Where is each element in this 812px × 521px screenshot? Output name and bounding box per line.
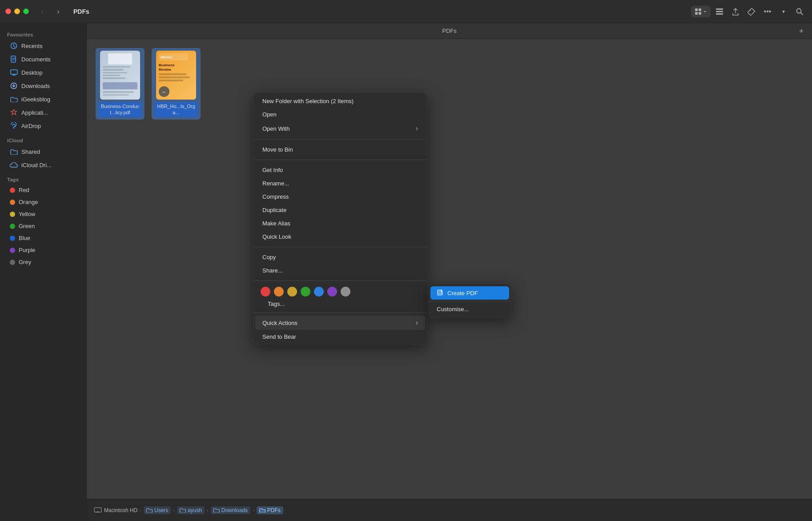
- svg-rect-1: [699, 8, 701, 11]
- sidebar-item-applications[interactable]: Applicati...: [3, 106, 84, 119]
- tag-orange-dot: [10, 200, 15, 205]
- breadcrumb-macintosh-hd[interactable]: Macintosh HD: [104, 507, 137, 513]
- ctx-tag-grey[interactable]: [341, 287, 350, 297]
- ctx-tag-red[interactable]: [261, 287, 270, 297]
- add-button[interactable]: +: [796, 26, 807, 36]
- breadcrumb-sep-4: ›: [253, 508, 254, 513]
- sidebar-item-tag-yellow[interactable]: Yellow: [3, 208, 84, 220]
- sidebar-item-tag-blue[interactable]: Blue: [3, 232, 84, 244]
- favourites-header: Favourites: [0, 27, 86, 39]
- close-button[interactable]: [5, 8, 11, 14]
- more-button[interactable]: •••: [760, 4, 775, 19]
- sidebar-item-icloud-drive[interactable]: iCloud Dri...: [3, 159, 84, 171]
- ctx-make-alias[interactable]: Make Alias: [255, 217, 425, 230]
- file-item-2[interactable]: Harvard BusinessReview ← HBR_Ho...Is_Org…: [152, 48, 201, 120]
- ctx-open-with[interactable]: Open With: [255, 121, 425, 136]
- status-bar: Macintosh HD › Users › ayush ›: [87, 499, 812, 521]
- fullscreen-button[interactable]: [23, 8, 29, 14]
- svg-point-7: [750, 9, 751, 10]
- files-area: Business-Conduct...licy.pdf Harvard Busi…: [87, 39, 812, 499]
- view-toggle: [691, 6, 711, 17]
- submenu-create-pdf[interactable]: Create PDF: [430, 286, 509, 300]
- dropdown-button[interactable]: ▾: [776, 4, 791, 19]
- breadcrumb-downloads[interactable]: Downloads: [211, 506, 250, 514]
- share-toolbar-button[interactable]: [728, 4, 743, 19]
- tag-button[interactable]: [744, 4, 759, 19]
- sidebar-item-desktop[interactable]: Desktop: [3, 66, 84, 79]
- sidebar-item-tag-purple[interactable]: Purple: [3, 244, 84, 256]
- svg-rect-6: [716, 13, 723, 15]
- ctx-copy[interactable]: Copy: [255, 251, 425, 264]
- back-arrow-overlay: ←: [159, 86, 169, 97]
- shared-icon: [10, 148, 18, 156]
- svg-rect-12: [11, 70, 17, 74]
- tag-grey-dot: [10, 260, 15, 265]
- sidebar-item-airdrop[interactable]: AirDrop: [3, 120, 84, 132]
- back-button[interactable]: ‹: [36, 5, 48, 18]
- tag-colors-row: [261, 285, 420, 298]
- ctx-get-info[interactable]: Get Info: [255, 164, 425, 176]
- file-item-1[interactable]: Business-Conduct...licy.pdf: [96, 48, 145, 120]
- ctx-tag-purple[interactable]: [327, 287, 337, 297]
- ctx-new-folder[interactable]: New Folder with Selection (2 Items): [255, 95, 425, 108]
- ctx-share[interactable]: Share...: [255, 264, 425, 277]
- customise-label: Customise...: [437, 306, 469, 313]
- search-button[interactable]: [792, 4, 807, 19]
- shared-label: Shared: [21, 148, 40, 155]
- ctx-quick-look[interactable]: Quick Look: [255, 230, 425, 243]
- sidebar-item-tag-orange[interactable]: Orange: [3, 196, 84, 208]
- icloud-header: iCloud: [0, 132, 86, 145]
- breadcrumb-pdfs[interactable]: PDFs: [257, 506, 283, 514]
- breadcrumb-sep-1: ›: [140, 508, 141, 513]
- ctx-move-to-bin[interactable]: Move to Bin: [255, 143, 425, 156]
- submenu-customise[interactable]: Customise...: [430, 303, 509, 316]
- create-pdf-label: Create PDF: [447, 290, 478, 297]
- sidebar-item-tag-grey[interactable]: Grey: [3, 256, 84, 268]
- ctx-tag-green[interactable]: [301, 287, 310, 297]
- sidebar-item-documents[interactable]: Documents: [3, 53, 84, 65]
- ctx-rename[interactable]: Rename...: [255, 177, 425, 190]
- sidebar-item-downloads[interactable]: Downloads: [3, 80, 84, 92]
- ctx-open[interactable]: Open: [255, 108, 425, 121]
- traffic-lights: [5, 8, 29, 14]
- breadcrumb-sep-3: ›: [207, 508, 209, 513]
- quick-actions-submenu: Create PDF Customise...: [429, 284, 511, 318]
- svg-rect-4: [716, 8, 723, 10]
- sidebar-item-tag-green[interactable]: Green: [3, 220, 84, 232]
- airdrop-icon: [10, 122, 18, 130]
- breadcrumb: Macintosh HD › Users › ayush ›: [94, 506, 283, 514]
- ctx-tag-blue[interactable]: [314, 287, 324, 297]
- tag-purple-dot: [10, 248, 15, 253]
- view-grid-button[interactable]: [692, 7, 710, 16]
- ctx-tags-label[interactable]: Tags...: [261, 298, 420, 309]
- svg-line-9: [801, 12, 803, 15]
- breadcrumb-ayush[interactable]: ayush: [177, 506, 205, 514]
- file-thumb-2: Harvard BusinessReview ←: [156, 51, 196, 100]
- sidebar-item-recents[interactable]: Recents: [3, 40, 84, 52]
- ctx-tag-yellow[interactable]: [287, 287, 297, 297]
- titlebar: ‹ › PDFs: [0, 0, 812, 23]
- sidebar-item-shared[interactable]: Shared: [3, 145, 84, 158]
- tag-grey-label: Grey: [19, 259, 31, 265]
- ctx-compress[interactable]: Compress: [255, 190, 425, 203]
- ctx-send-to-bear[interactable]: Send to Bear: [255, 330, 425, 343]
- igeeksblog-label: iGeeksblog: [21, 96, 50, 103]
- file-thumb-1: [100, 51, 140, 100]
- file-label-2: HBR_Ho...Is_Orga...: [154, 102, 198, 117]
- breadcrumb-sep-2: ›: [173, 508, 175, 513]
- breadcrumb-users[interactable]: Users: [144, 506, 171, 514]
- ctx-quick-actions[interactable]: Quick Actions: [255, 316, 425, 330]
- create-pdf-icon: [437, 289, 444, 297]
- minimize-button[interactable]: [14, 8, 20, 14]
- context-menu: New Folder with Selection (2 Items) Open…: [253, 92, 427, 345]
- ctx-duplicate[interactable]: Duplicate: [255, 204, 425, 216]
- tag-blue-label: Blue: [19, 235, 30, 241]
- tag-orange-label: Orange: [19, 199, 38, 205]
- tag-red-dot: [10, 188, 15, 193]
- sidebar-item-igeeksblog[interactable]: iGeeksblog: [3, 93, 84, 105]
- customise-toolbar-button[interactable]: [712, 4, 727, 19]
- ctx-tag-orange[interactable]: [274, 287, 284, 297]
- sidebar-item-tag-red[interactable]: Red: [3, 184, 84, 196]
- forward-button[interactable]: ›: [52, 5, 64, 18]
- ctx-tags-section: Tags...: [253, 282, 427, 311]
